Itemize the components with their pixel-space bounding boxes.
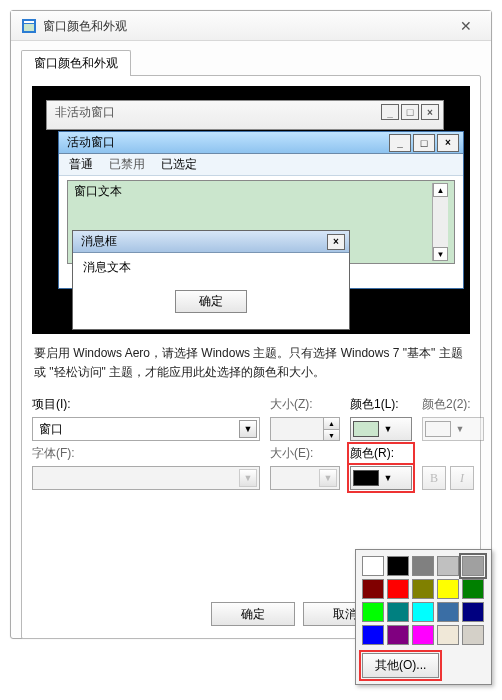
color-cell[interactable] <box>362 625 384 645</box>
messagebox-title: 消息框 <box>81 233 325 250</box>
font-combo: ▼ <box>32 466 260 490</box>
color-cell[interactable] <box>437 556 459 576</box>
maximize-icon: □ <box>401 104 419 120</box>
fontsize-combo: ▼ <box>270 466 340 490</box>
fontsize-label: 大小(E): <box>270 445 340 462</box>
color-cell[interactable] <box>412 625 434 645</box>
color-cell[interactable] <box>462 579 484 599</box>
fontcolor-label: 颜色(R): <box>350 445 412 462</box>
scroll-down-icon: ▼ <box>433 247 448 261</box>
color-cell[interactable] <box>462 556 484 576</box>
menu-item-normal: 普通 <box>69 156 93 173</box>
color-cell[interactable] <box>437 579 459 599</box>
font-label: 字体(F): <box>32 445 260 462</box>
tab-appearance[interactable]: 窗口颜色和外观 <box>21 50 131 76</box>
bold-button: B <box>422 466 446 490</box>
svg-rect-1 <box>24 21 34 23</box>
app-icon <box>21 18 37 34</box>
size-label: 大小(Z): <box>270 396 340 413</box>
color-cell[interactable] <box>437 625 459 645</box>
color-cell[interactable] <box>437 602 459 622</box>
color-cell[interactable] <box>412 579 434 599</box>
item-combo-value: 窗口 <box>39 421 239 438</box>
chevron-down-icon: ▼ <box>381 424 395 434</box>
chevron-down-icon: ▼ <box>239 469 257 487</box>
chevron-down-icon: ▼ <box>239 420 257 438</box>
color-picker-popup: 其他(O)... <box>355 549 492 685</box>
preview-scrollbar: ▲ ▼ <box>432 183 448 261</box>
stepper-up-icon: ▲ <box>323 418 339 430</box>
preview-inactive-window: 非活动窗口 _ □ × <box>46 100 444 130</box>
item-label: 项目(I): <box>32 396 260 413</box>
color-cell[interactable] <box>387 602 409 622</box>
color-cell[interactable] <box>412 556 434 576</box>
close-icon: × <box>421 104 439 120</box>
active-window-title: 活动窗口 <box>67 134 387 151</box>
color1-swatch <box>353 421 379 437</box>
color2-label: 颜色2(2): <box>422 396 484 413</box>
item-combo[interactable]: 窗口 ▼ <box>32 417 260 441</box>
size-spinner: ▲ ▼ <box>270 417 340 441</box>
svg-rect-2 <box>24 24 34 31</box>
color1-button[interactable]: ▼ <box>350 417 412 441</box>
form-grid: 项目(I): 大小(Z): 颜色1(L): 颜色2(2): 窗口 ▼ ▲ ▼ <box>32 396 470 490</box>
preview-menu: 普通 已禁用 已选定 <box>59 154 463 176</box>
fontcolor-button[interactable]: ▼ <box>350 466 412 490</box>
chevron-down-icon: ▼ <box>319 469 337 487</box>
preview-messagebox: 消息框 × 消息文本 确定 <box>72 230 350 330</box>
color-cell[interactable] <box>462 625 484 645</box>
window-title: 窗口颜色和外观 <box>43 11 451 41</box>
italic-button: I <box>450 466 474 490</box>
ok-button[interactable]: 确定 <box>211 602 295 626</box>
close-icon: × <box>327 234 345 250</box>
dialog-window: 窗口颜色和外观 ✕ 窗口颜色和外观 非活动窗口 _ □ × 活动窗口 <box>10 10 492 639</box>
color-cell[interactable] <box>387 579 409 599</box>
chevron-down-icon: ▼ <box>453 424 467 434</box>
minimize-icon: _ <box>389 134 411 152</box>
menu-item-selected: 已选定 <box>161 156 197 173</box>
color-grid <box>362 556 485 645</box>
description-text: 要启用 Windows Aero，请选择 Windows 主题。只有选择 Win… <box>34 344 468 382</box>
titlebar: 窗口颜色和外观 ✕ <box>11 11 491 41</box>
color-cell[interactable] <box>387 556 409 576</box>
menu-item-disabled: 已禁用 <box>109 156 145 173</box>
color-cell[interactable] <box>362 556 384 576</box>
messagebox-ok-button: 确定 <box>175 290 247 313</box>
color1-label: 颜色1(L): <box>350 396 412 413</box>
chevron-down-icon: ▼ <box>381 473 395 483</box>
color-cell[interactable] <box>362 602 384 622</box>
color-cell[interactable] <box>462 602 484 622</box>
maximize-icon: □ <box>413 134 435 152</box>
minimize-icon: _ <box>381 104 399 120</box>
color2-swatch <box>425 421 451 437</box>
inactive-window-title: 非活动窗口 <box>55 104 379 121</box>
color-cell[interactable] <box>387 625 409 645</box>
stepper-down-icon: ▼ <box>323 430 339 441</box>
messagebox-text: 消息文本 <box>83 259 339 276</box>
close-icon: × <box>437 134 459 152</box>
other-colors-button[interactable]: 其他(O)... <box>362 653 439 678</box>
window-close-button[interactable]: ✕ <box>451 11 481 41</box>
scroll-up-icon: ▲ <box>433 183 448 197</box>
preview-area: 非活动窗口 _ □ × 活动窗口 _ □ × 普通 已禁用 <box>32 86 470 334</box>
color-cell[interactable] <box>362 579 384 599</box>
color2-button: ▼ <box>422 417 484 441</box>
color-cell[interactable] <box>412 602 434 622</box>
fontcolor-swatch <box>353 470 379 486</box>
